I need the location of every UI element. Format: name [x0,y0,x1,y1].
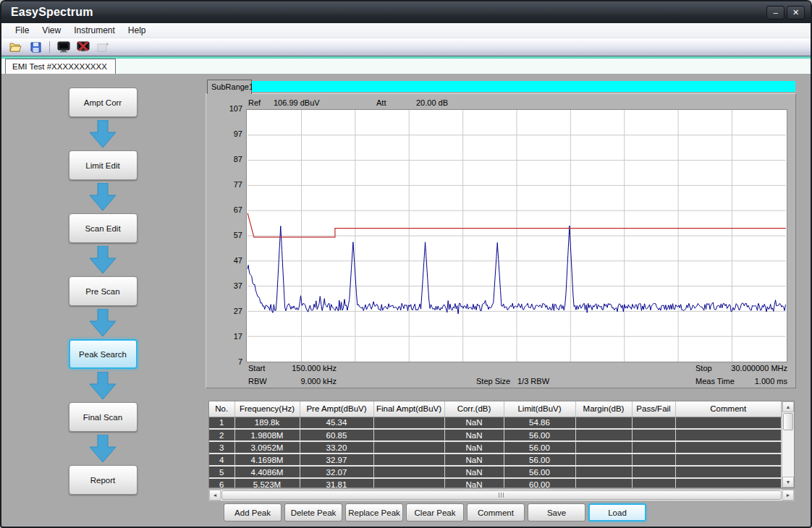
menu-instrument[interactable]: Instrument [67,24,122,37]
table-row[interactable]: 54.4086M32.07NaN56.00 [209,466,782,478]
table-horizontal-scrollbar[interactable]: ◄ ► [208,489,795,501]
table-cell: NaN [444,478,504,488]
workflow-sidebar: Ampt CorrLimit EditScan EditPre ScanPeak… [1,74,204,525]
flow-arrow [88,117,117,150]
table-cell: 32.97 [300,454,373,466]
flow-arrow-icon [88,246,117,273]
y-axis-tick-label: 27 [206,307,242,315]
peak-action-buttons: Add PeakDelete PeakReplace PeakClear Pea… [224,503,795,521]
menu-view[interactable]: View [35,24,67,37]
title-bar[interactable]: EasySpectrum – ✕ [1,1,811,23]
table-cell: 3.0952M [234,441,300,454]
table-cell [373,429,444,441]
y-axis-tick-label: 67 [206,205,242,214]
table-cell [632,429,675,441]
scroll-down-icon[interactable]: ▼ [782,477,794,487]
menu-help[interactable]: Help [122,24,153,37]
column-header-limit-dbuv[interactable]: Limit(dBuV) [504,401,575,417]
load-button[interactable]: Load [588,503,646,521]
minimize-button[interactable]: – [766,6,784,20]
table-cell [632,454,675,466]
workflow-step-peak-search[interactable]: Peak Search [69,339,138,369]
column-header-pass-fail[interactable]: Pass/Fail [632,401,675,417]
vertical-scroll-thumb[interactable] [783,413,793,430]
peak-table: No.Frequency(Hz)Pre Ampt(dBuV)Final Ampt… [209,401,782,488]
add-disabled-icon [96,41,110,54]
workflow-step-report[interactable]: Report [69,465,138,495]
column-header-pre-ampt-dbuv[interactable]: Pre Ampt(dBuV) [300,401,373,417]
table-cell: 31.81 [300,478,373,488]
comment-button[interactable]: Comment [467,503,525,521]
flow-arrow-icon [88,435,117,462]
table-vertical-scrollbar[interactable]: ▲ ▼ [782,401,794,487]
subrange-tab[interactable]: SubRange1 [207,80,252,94]
menu-file[interactable]: File [9,24,35,37]
replace-peak-button[interactable]: Replace Peak [345,503,403,521]
table-row[interactable]: 1189.8k45.34NaN54.86 [209,417,782,429]
column-header-no[interactable]: No. [209,401,234,417]
start-value: 150.000 kHz [275,364,337,372]
save-file-icon[interactable] [28,41,43,54]
table-cell [675,466,782,478]
horizontal-scroll-thumb[interactable] [221,490,782,500]
delete-peak-button[interactable]: Delete Peak [284,503,342,521]
workflow-step-final-scan[interactable]: Final Scan [69,402,138,432]
table-row[interactable]: 65.523M31.81NaN60.00 [209,478,782,488]
step-size-value: 1/3 RBW [517,377,549,386]
flow-arrow-icon [88,309,117,336]
ref-label: Ref [248,98,261,107]
table-cell [575,429,632,441]
y-axis-tick-label: 37 [206,281,242,290]
save-button[interactable]: Save [528,503,585,521]
open-file-icon[interactable] [9,41,23,54]
toolbar [1,38,811,56]
table-cell [675,441,782,454]
stop-label: Stop [695,364,712,372]
spectrum-chart-panel: SubRange1 Ref 106.99 dBuV Att 20.00 dB 1… [206,80,796,388]
table-cell [373,454,444,466]
table-cell: 4 [209,454,234,466]
table-cell: 6 [209,478,234,488]
plot-gridlines [248,110,786,362]
column-header-final-ampt-dbuv[interactable]: Final Ampt(dBuV) [373,401,444,417]
table-cell [373,417,444,429]
column-header-corr-db[interactable]: Corr.(dB) [444,401,504,417]
table-cell [373,478,444,488]
column-header-comment[interactable]: Comment [675,401,782,417]
app-window: EasySpectrum – ✕ FileViewInstrumentHelp [0,0,812,528]
workflow-step-scan-edit[interactable]: Scan Edit [69,213,138,243]
workflow-step-limit-edit[interactable]: Limit Edit [69,150,138,180]
table-cell: 2 [209,429,234,441]
table-row[interactable]: 44.1698M32.97NaN56.00 [209,454,782,466]
add-peak-button[interactable]: Add Peak [224,503,282,521]
y-axis-tick-label: 57 [206,231,242,239]
column-header-margin-db[interactable]: Margin(dB) [575,401,632,417]
table-cell: 1 [209,417,234,429]
ref-value: 106.99 dBuV [274,98,320,107]
att-label: Att [376,98,386,107]
tab-emi-test[interactable]: EMI Test #XXXXXXXXXX [5,59,116,74]
table-cell: 189.8k [234,417,300,429]
table-cell [373,466,444,478]
workflow-step-ampt-corr[interactable]: Ampt Corr [69,88,138,117]
table-row[interactable]: 33.0952M33.20NaN56.00 [209,441,782,454]
table-cell: 56.00 [504,429,575,441]
scroll-right-icon[interactable]: ► [782,490,794,501]
column-header-frequency-hz[interactable]: Frequency(Hz) [234,401,300,417]
flow-arrow-icon [88,372,117,399]
table-cell: NaN [444,417,504,429]
monitor-disconnect-icon[interactable] [76,41,90,54]
close-button[interactable]: ✕ [787,6,805,20]
scroll-up-icon[interactable]: ▲ [782,401,794,412]
clear-peak-button[interactable]: Clear Peak [406,503,464,521]
workflow-step-pre-scan[interactable]: Pre Scan [69,276,138,306]
table-row[interactable]: 21.9808M60.85NaN56.00 [209,429,782,441]
main-panel: SubRange1 Ref 106.99 dBuV Att 20.00 dB 1… [204,74,811,525]
table-cell: 4.1698M [234,454,300,466]
monitor-icon[interactable] [56,41,71,54]
table-cell: 5.523M [234,478,300,488]
table-cell: 45.34 [300,417,373,429]
toolbar-separator [49,41,50,53]
scroll-left-icon[interactable]: ◄ [209,490,221,501]
window-title: EasySpectrum [11,6,93,19]
